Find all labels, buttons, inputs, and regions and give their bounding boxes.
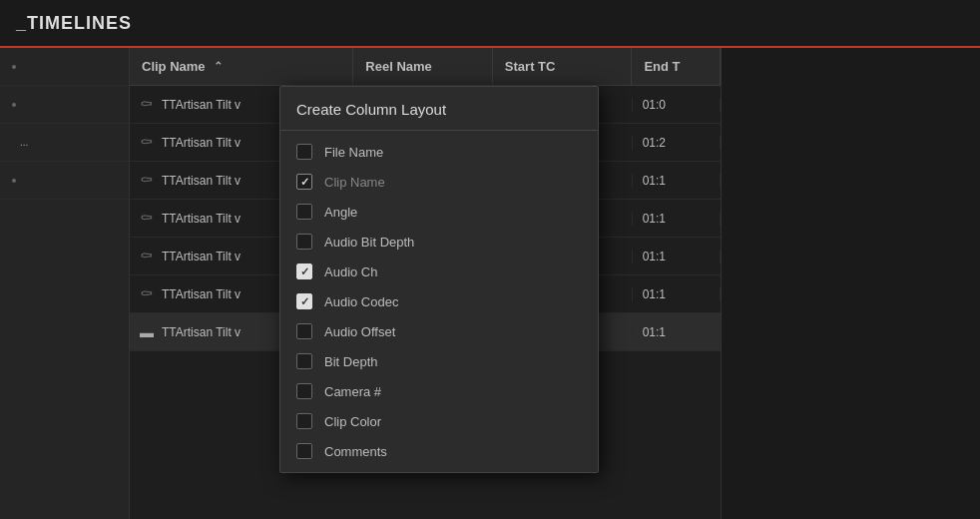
dropdown-item-label: Comments xyxy=(324,444,387,459)
dropdown-item-label: Audio Offset xyxy=(324,324,395,339)
dropdown-item-angle[interactable]: Angle xyxy=(280,197,598,227)
dot-icon xyxy=(12,103,16,107)
dropdown-item-audio-ch[interactable]: ✓ Audio Ch xyxy=(280,257,598,286)
column-header-start-tc[interactable]: Start TC xyxy=(493,48,633,85)
dropdown-item-file-name[interactable]: File Name xyxy=(280,137,598,167)
dropdown-item-label: Audio Ch xyxy=(324,264,377,279)
checkbox-clip-name[interactable]: ✓ xyxy=(296,174,312,190)
checkmark-icon: ✓ xyxy=(300,176,309,189)
checkbox-camera-num[interactable] xyxy=(296,383,312,399)
sidebar-item-4[interactable] xyxy=(0,162,129,200)
table-header: Clip Name ⌃ Reel Name Start TC End T xyxy=(130,48,721,86)
clip-icon: ⚰ xyxy=(140,247,154,265)
clip-name-text: TTArtisan Tilt v xyxy=(162,287,241,301)
dropdown-item-label: Audio Codec xyxy=(324,294,398,309)
column-layout-dropdown[interactable]: Create Column Layout File Name ✓ Clip Na… xyxy=(279,86,599,473)
dropdown-item-label: Bit Depth xyxy=(324,354,377,369)
clip-name-text: TTArtisan Tilt v xyxy=(162,136,241,150)
sidebar-item-1[interactable] xyxy=(0,48,129,86)
right-panel xyxy=(721,48,980,519)
end-tc-cell: 01:1 xyxy=(633,250,721,263)
timeline-icon: ▬ xyxy=(140,324,154,340)
main-area: ... Clip Name ⌃ Reel Name Start TC End T xyxy=(0,48,980,519)
dropdown-item-audio-codec[interactable]: ✓ Audio Codec xyxy=(280,286,598,316)
dropdown-item-clip-color[interactable]: Clip Color xyxy=(280,406,598,436)
checkbox-file-name[interactable] xyxy=(296,144,312,160)
clip-icon: ⚰ xyxy=(140,284,154,303)
table-area: Clip Name ⌃ Reel Name Start TC End T ⚰ T… xyxy=(130,48,721,519)
clip-name-text: TTArtisan Tilt v xyxy=(162,174,241,188)
clip-name-text: TTArtisan Tilt v xyxy=(162,250,241,263)
sort-arrow-icon: ⌃ xyxy=(214,60,223,73)
dropdown-item-label: Clip Color xyxy=(324,414,381,429)
dot-icon xyxy=(12,179,16,183)
column-label-clip-name: Clip Name xyxy=(142,59,206,74)
clip-icon: ⚰ xyxy=(140,95,154,114)
column-header-reel-name[interactable]: Reel Name xyxy=(353,48,493,85)
clip-name-text: TTArtisan Tilt v xyxy=(162,325,241,339)
dropdown-item-comments[interactable]: Comments xyxy=(280,436,598,466)
sidebar: ... xyxy=(0,48,130,519)
column-label-start-tc: Start TC xyxy=(505,59,556,74)
checkbox-audio-bit-depth[interactable] xyxy=(296,234,312,250)
dropdown-item-label: Audio Bit Depth xyxy=(324,235,414,250)
end-tc-cell: 01:0 xyxy=(633,98,721,112)
page-title: _TIMELINES xyxy=(16,13,132,34)
dropdown-title: Create Column Layout xyxy=(280,87,598,131)
dropdown-item-audio-offset[interactable]: Audio Offset xyxy=(280,316,598,346)
checkbox-audio-codec[interactable]: ✓ xyxy=(296,293,312,309)
end-tc-cell: 01:1 xyxy=(633,174,721,188)
clip-name-text: TTArtisan Tilt v xyxy=(162,212,241,226)
dot-icon xyxy=(12,65,16,69)
column-header-clip-name[interactable]: Clip Name ⌃ xyxy=(130,48,353,85)
dropdown-item-label: Clip Name xyxy=(324,175,385,190)
checkbox-comments[interactable] xyxy=(296,443,312,459)
sidebar-item-2[interactable] xyxy=(0,86,129,124)
clip-icon: ⚰ xyxy=(140,171,154,190)
dropdown-item-camera-num[interactable]: Camera # xyxy=(280,376,598,406)
clip-name-text: TTArtisan Tilt v xyxy=(162,98,241,112)
checkmark-icon: ✓ xyxy=(300,295,309,308)
checkbox-clip-color[interactable] xyxy=(296,413,312,429)
clip-icon: ⚰ xyxy=(140,133,154,152)
checkmark-icon: ✓ xyxy=(300,265,309,278)
dropdown-item-clip-name[interactable]: ✓ Clip Name xyxy=(280,167,598,197)
dropdown-item-label: File Name xyxy=(324,145,383,160)
dropdown-items-list: File Name ✓ Clip Name Angle Au xyxy=(280,131,598,472)
dropdown-item-bit-depth[interactable]: Bit Depth xyxy=(280,346,598,376)
dropdown-item-label: Camera # xyxy=(324,384,381,399)
column-label-end-tc: End T xyxy=(644,59,680,74)
end-tc-cell: 01:2 xyxy=(633,136,721,150)
column-header-end-tc[interactable]: End T xyxy=(632,48,721,85)
checkbox-bit-depth[interactable] xyxy=(296,353,312,369)
end-tc-cell: 01:1 xyxy=(633,212,721,226)
column-label-reel-name: Reel Name xyxy=(365,59,431,74)
header: _TIMELINES xyxy=(0,0,980,48)
checkbox-audio-offset[interactable] xyxy=(296,323,312,339)
end-tc-cell: 01:1 xyxy=(633,325,721,339)
clip-icon: ⚰ xyxy=(140,209,154,228)
sidebar-item-3[interactable]: ... xyxy=(0,124,129,162)
checkbox-audio-ch[interactable]: ✓ xyxy=(296,263,312,279)
dropdown-item-label: Angle xyxy=(324,205,357,220)
checkbox-angle[interactable] xyxy=(296,204,312,220)
end-tc-cell: 01:1 xyxy=(633,287,721,301)
dropdown-item-audio-bit-depth[interactable]: Audio Bit Depth xyxy=(280,227,598,257)
